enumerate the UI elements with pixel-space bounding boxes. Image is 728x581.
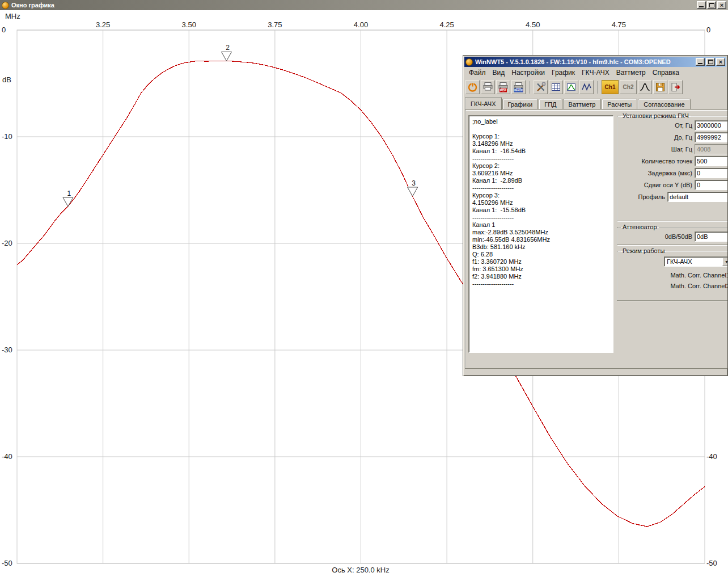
- math-corr-row: Math. Corr. Channel1: [620, 271, 728, 280]
- settings-row: Количество точек: [620, 155, 728, 166]
- exit-icon[interactable]: [668, 80, 683, 94]
- minimize-icon: [699, 6, 704, 7]
- x-axis-unit-label: MHz: [5, 12, 20, 20]
- field-label: От, Гц: [620, 122, 692, 129]
- field-label: Профиль: [620, 193, 665, 200]
- tab-4[interactable]: Ваттметр: [563, 99, 602, 109]
- tab-2[interactable]: Графики: [502, 99, 539, 109]
- settings-row: До, Гц: [620, 132, 728, 142]
- winnwt-logo-icon: [2, 2, 9, 9]
- channel1-button[interactable]: Ch1: [602, 80, 619, 94]
- svg-text:IMAGE: IMAGE: [514, 89, 523, 92]
- status-bar: [465, 369, 726, 374]
- graph-window-titlebar[interactable]: Окно графика ×: [0, 0, 728, 10]
- sweep-settings-group: Установки режима ГКЧ От, ГцДо, ГцШаг, Гц…: [617, 112, 728, 221]
- toolbar-separator: [529, 81, 530, 94]
- curve-icon[interactable]: [638, 80, 652, 94]
- tab-bar: ГКЧ-АЧХГрафикиГПДВаттметрРасчетыСогласов…: [463, 96, 727, 109]
- cursor-marker-2[interactable]: [221, 52, 231, 61]
- menu-item-4[interactable]: График: [548, 68, 578, 77]
- field-label: Шаг, Гц: [620, 146, 692, 153]
- menu-item-6[interactable]: Ваттметр: [613, 68, 649, 77]
- graph-window-controls: ×: [697, 1, 726, 9]
- field-input-7[interactable]: [667, 192, 728, 202]
- cursor-marker-label-1: 1: [67, 190, 71, 197]
- winnwt5-titlebar[interactable]: WinNWT5 - V.5.1.0.1826 - FW:1.19:V10 - h…: [464, 57, 726, 67]
- work-mode-value: ГКЧ-АЧХ: [667, 258, 692, 265]
- work-mode-combobox[interactable]: ГКЧ-АЧХ ▼: [664, 256, 728, 267]
- tab-6[interactable]: Согласование: [638, 99, 690, 109]
- field-input-6[interactable]: [695, 180, 728, 190]
- field-input-4[interactable]: [695, 156, 728, 166]
- tab-3[interactable]: ГПД: [539, 99, 562, 109]
- toolbar-separator: [597, 81, 598, 94]
- graph-close-button[interactable]: ×: [717, 1, 726, 9]
- attenuator-group: Аттенюатор 0dB/50dB: [617, 224, 728, 245]
- grid-plot-icon[interactable]: [564, 80, 578, 94]
- winnwt5-window-controls: ×: [696, 58, 725, 66]
- app-close-button[interactable]: ×: [716, 58, 725, 66]
- mode-checkboxes: Math. Corr. Channel1Math. Corr. Channel2: [620, 271, 728, 290]
- y-tick-label-right: -50: [706, 559, 717, 567]
- x-tick-label: 4.25: [439, 20, 454, 29]
- work-mode-group-title: Режим работы: [621, 247, 666, 254]
- menu-item-7[interactable]: Справка: [649, 68, 683, 77]
- x-tick-label: 4.00: [354, 20, 368, 29]
- cursor-info-text: ;no_label Курсор 1: 3.148296 MHz Канал 1…: [469, 116, 613, 290]
- field-input-1[interactable]: [695, 120, 728, 130]
- channel2-button[interactable]: Ch2: [620, 80, 637, 94]
- winnwt-logo-icon: [465, 58, 473, 66]
- y-tick-label-left: -50: [2, 559, 12, 567]
- power-icon[interactable]: [465, 80, 480, 94]
- y-tick-label-right: -40: [706, 452, 717, 461]
- winnwt5-window: WinNWT5 - V.5.1.0.1826 - FW:1.19:V10 - h…: [463, 55, 728, 376]
- app-maximize-button[interactable]: [706, 58, 715, 66]
- cursor-info-panel[interactable]: ;no_label Курсор 1: 3.148296 MHz Канал 1…: [468, 115, 613, 353]
- y-tick-label-left: -40: [2, 452, 12, 461]
- attenuator-row: 0dB/50dB: [620, 231, 728, 242]
- save-icon[interactable]: [653, 80, 667, 94]
- y-tick-label-left: -30: [2, 346, 12, 354]
- attenuator-input[interactable]: [695, 231, 728, 242]
- field-input-5[interactable]: [695, 168, 728, 178]
- menu-item-1[interactable]: Файл: [465, 68, 489, 77]
- graph-maximize-button[interactable]: [707, 1, 716, 9]
- desktop: 3.253.503.754.004.254.504.7500-10-10-20-…: [0, 0, 728, 581]
- y-axis-unit-label: dB: [2, 75, 11, 84]
- settings-row: Профиль: [620, 191, 728, 202]
- maximize-icon: [709, 3, 714, 7]
- cursor-marker-label-2: 2: [226, 44, 230, 52]
- math-corr-row: Math. Corr. Channel2: [620, 281, 728, 290]
- y-tick-label-left: -10: [2, 132, 12, 141]
- menu-bar: ФайлВидНастройкиГрафикГКЧ-АЧХВаттметрСпр…: [463, 67, 727, 78]
- menu-item-2[interactable]: Вид: [489, 68, 509, 77]
- graph-window-title: Окно графика: [11, 2, 695, 9]
- y-tick-label-left: 0: [2, 26, 6, 34]
- table-icon[interactable]: [549, 80, 563, 94]
- tools-icon[interactable]: [534, 80, 548, 94]
- graph-minimize-button[interactable]: [697, 1, 706, 9]
- tab-5[interactable]: Расчеты: [602, 99, 637, 109]
- field-label: Количество точек: [620, 158, 692, 165]
- app-minimize-button[interactable]: [696, 58, 705, 66]
- close-icon: ×: [719, 59, 722, 65]
- print-image-icon[interactable]: IMAGE: [511, 80, 526, 94]
- tab-1[interactable]: ГКЧ-АЧХ: [465, 97, 502, 110]
- print-pdf-icon[interactable]: PDF: [496, 80, 510, 94]
- cursor-marker-3[interactable]: [408, 187, 418, 196]
- menu-item-5[interactable]: ГКЧ-АЧХ: [578, 68, 613, 77]
- field-label: До, Гц: [620, 134, 692, 141]
- x-axis-caption: Ось X: 250.0 kHz: [191, 566, 531, 574]
- maximize-icon: [708, 60, 713, 64]
- y-tick-label-left: -20: [2, 239, 12, 247]
- menu-item-3[interactable]: Настройки: [508, 68, 548, 77]
- field-input-3: [695, 144, 728, 154]
- x-tick-label: 3.75: [268, 20, 282, 29]
- math-corr-label: Math. Corr. Channel1: [670, 272, 728, 279]
- close-icon: ×: [720, 2, 723, 9]
- chevron-down-icon[interactable]: ▼: [722, 258, 728, 266]
- field-input-2[interactable]: [695, 132, 728, 142]
- y-tick-label-right: 0: [706, 26, 710, 34]
- sweep-icon[interactable]: [579, 80, 594, 94]
- print-icon[interactable]: [481, 80, 495, 94]
